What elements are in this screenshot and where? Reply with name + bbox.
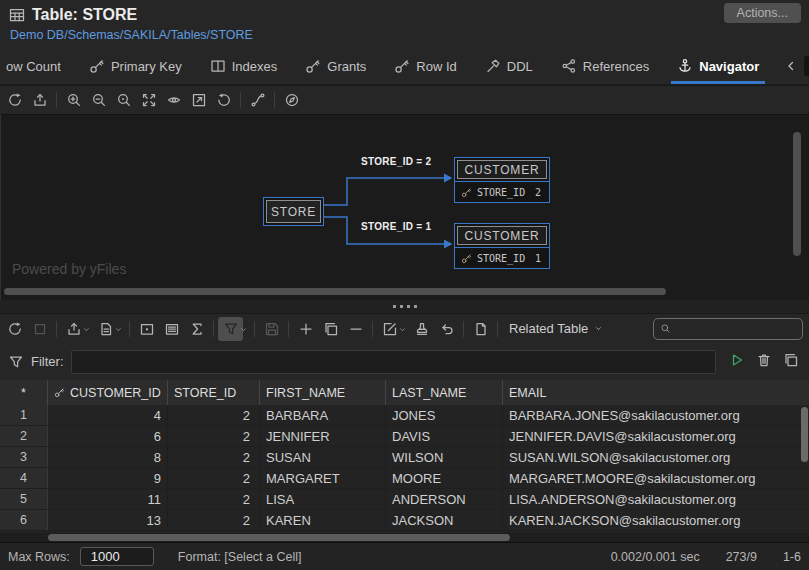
tab-navigator[interactable]: Navigator — [671, 48, 765, 84]
store-id-cell[interactable]: 2 — [168, 510, 260, 530]
export-chevron-down-icon[interactable] — [82, 320, 91, 338]
customer-id-cell[interactable]: 6 — [48, 426, 168, 446]
breadcrumb[interactable]: Demo DB/Schemas/SAKILA/Tables/STORE — [0, 24, 809, 42]
row-number-cell[interactable]: 6 — [0, 510, 48, 530]
delete-row-icon[interactable] — [343, 317, 368, 341]
add-row-icon[interactable] — [293, 317, 318, 341]
tabs-scroll-right-button[interactable] — [804, 56, 809, 76]
stop-icon[interactable] — [27, 317, 52, 341]
diagram-node-customer-bottom[interactable]: CUSTOMER STORE_ID 1 — [454, 223, 550, 269]
store-id-cell[interactable]: 2 — [168, 468, 260, 488]
store-id-cell[interactable]: 2 — [168, 447, 260, 467]
row-number-cell[interactable]: 4 — [0, 468, 48, 488]
filter-input[interactable] — [71, 350, 717, 374]
email-cell[interactable]: MARGARET.MOORE@sakilacustomer.org — [503, 468, 809, 488]
view-selection-icon[interactable] — [161, 88, 186, 112]
zoom-selection-icon[interactable] — [111, 88, 136, 112]
grid-vertical-scrollbar[interactable] — [801, 407, 808, 462]
undo-icon[interactable] — [434, 317, 459, 341]
email-cell[interactable]: KAREN.JACKSON@sakilacustomer.org — [503, 510, 809, 530]
max-rows-input[interactable] — [80, 547, 154, 566]
tab-row-count[interactable]: ow Count — [0, 48, 67, 84]
apply-filter-icon[interactable] — [729, 352, 745, 372]
table-row[interactable]: 5 11 2 LISA ANDERSON LISA.ANDERSON@sakil… — [0, 489, 809, 510]
tab-ddl[interactable]: DDL — [479, 48, 539, 84]
duplicate-row-icon[interactable] — [318, 317, 343, 341]
tabs-scroll-left-button[interactable] — [781, 56, 801, 76]
report-chevron-down-icon[interactable] — [114, 320, 123, 338]
last-name-cell[interactable]: JACKSON — [386, 510, 503, 530]
edit-chevron-down-icon[interactable] — [398, 320, 407, 338]
fit-content-icon[interactable] — [136, 88, 161, 112]
table-row[interactable]: 1 4 2 BARBARA JONES BARBARA.JONES@sakila… — [0, 405, 809, 426]
first-name-cell[interactable]: KAREN — [260, 510, 386, 530]
column-header-store-id[interactable]: STORE_ID — [168, 380, 260, 405]
last-name-cell[interactable]: MOORE — [386, 468, 503, 488]
stamp-icon[interactable] — [409, 317, 434, 341]
diagram-node-store[interactable]: STORE — [263, 197, 324, 226]
email-cell[interactable]: SUSAN.WILSON@sakilacustomer.org — [503, 447, 809, 467]
reset-zoom-icon[interactable] — [211, 88, 236, 112]
table-row[interactable]: 2 6 2 JENNIFER DAVIS JENNIFER.DAVIS@saki… — [0, 426, 809, 447]
compass-icon[interactable] — [279, 88, 304, 112]
last-name-cell[interactable]: DAVIS — [386, 426, 503, 446]
tab-indexes[interactable]: Indexes — [204, 48, 284, 84]
diagram-vertical-scrollbar[interactable] — [793, 132, 801, 256]
refresh-icon[interactable] — [2, 88, 27, 112]
first-name-cell[interactable]: LISA — [260, 489, 386, 509]
column-header-row-number[interactable]: * — [0, 380, 48, 405]
column-header-last-name[interactable]: LAST_NAME — [386, 380, 503, 405]
row-number-cell[interactable]: 5 — [0, 489, 48, 509]
zoom-out-icon[interactable] — [86, 88, 111, 112]
grid-horizontal-scrollbar[interactable] — [48, 534, 510, 541]
table-row[interactable]: 4 9 2 MARGARET MOORE MARGARET.MOORE@saki… — [0, 468, 809, 489]
customer-id-cell[interactable]: 11 — [48, 489, 168, 509]
record-view-icon[interactable] — [134, 317, 159, 341]
last-name-cell[interactable]: JONES — [386, 405, 503, 425]
tab-row-id[interactable]: Row Id — [388, 48, 462, 84]
tab-primary-key[interactable]: Primary Key — [83, 48, 188, 84]
copy-filter-icon[interactable] — [783, 352, 799, 372]
related-table-dropdown[interactable]: Related Table — [509, 321, 603, 336]
save-icon[interactable] — [259, 317, 284, 341]
search-box[interactable] — [653, 318, 803, 340]
route-edges-icon[interactable] — [245, 88, 270, 112]
sigma-icon[interactable] — [184, 317, 209, 341]
panel-splitter[interactable] — [0, 300, 809, 313]
customer-id-cell[interactable]: 8 — [48, 447, 168, 467]
er-diagram-canvas[interactable]: STORE_ID = 2 STORE_ID = 1 STORE CUSTOMER… — [0, 114, 809, 300]
clear-filter-icon[interactable] — [756, 352, 772, 372]
last-name-cell[interactable]: WILSON — [386, 447, 503, 467]
first-name-cell[interactable]: BARBARA — [260, 405, 386, 425]
column-header-email[interactable]: EMAIL — [503, 380, 809, 405]
store-id-cell[interactable]: 2 — [168, 489, 260, 509]
customer-id-cell[interactable]: 9 — [48, 468, 168, 488]
filter-chevron-down-icon[interactable] — [239, 320, 248, 338]
email-cell[interactable]: BARBARA.JONES@sakilacustomer.org — [503, 405, 809, 425]
search-input[interactable] — [676, 320, 796, 337]
customer-id-cell[interactable]: 13 — [48, 510, 168, 530]
diagram-node-customer-top[interactable]: CUSTOMER STORE_ID 2 — [454, 157, 550, 203]
first-name-cell[interactable]: MARGARET — [260, 468, 386, 488]
diagram-horizontal-scrollbar[interactable] — [4, 288, 666, 295]
column-header-customer-id[interactable]: CUSTOMER_ID — [48, 380, 168, 405]
last-name-cell[interactable]: ANDERSON — [386, 489, 503, 509]
new-document-icon[interactable] — [468, 317, 493, 341]
first-name-cell[interactable]: JENNIFER — [260, 426, 386, 446]
column-header-first-name[interactable]: FIRST_NAME — [260, 380, 386, 405]
row-number-cell[interactable]: 1 — [0, 405, 48, 425]
tab-references[interactable]: References — [555, 48, 655, 84]
table-row[interactable]: 3 8 2 SUSAN WILSON SUSAN.WILSON@sakilacu… — [0, 447, 809, 468]
row-number-cell[interactable]: 3 — [0, 447, 48, 467]
refresh-icon[interactable] — [2, 317, 27, 341]
email-cell[interactable]: JENNIFER.DAVIS@sakilacustomer.org — [503, 426, 809, 446]
export-diagram-icon[interactable] — [27, 88, 52, 112]
table-row[interactable]: 6 13 2 KAREN JACKSON KAREN.JACKSON@sakil… — [0, 510, 809, 531]
text-view-icon[interactable] — [159, 317, 184, 341]
store-id-cell[interactable]: 2 — [168, 426, 260, 446]
store-id-cell[interactable]: 2 — [168, 405, 260, 425]
open-in-window-icon[interactable] — [186, 88, 211, 112]
actions-button[interactable]: Actions... — [724, 3, 801, 23]
first-name-cell[interactable]: SUSAN — [260, 447, 386, 467]
row-number-cell[interactable]: 2 — [0, 426, 48, 446]
